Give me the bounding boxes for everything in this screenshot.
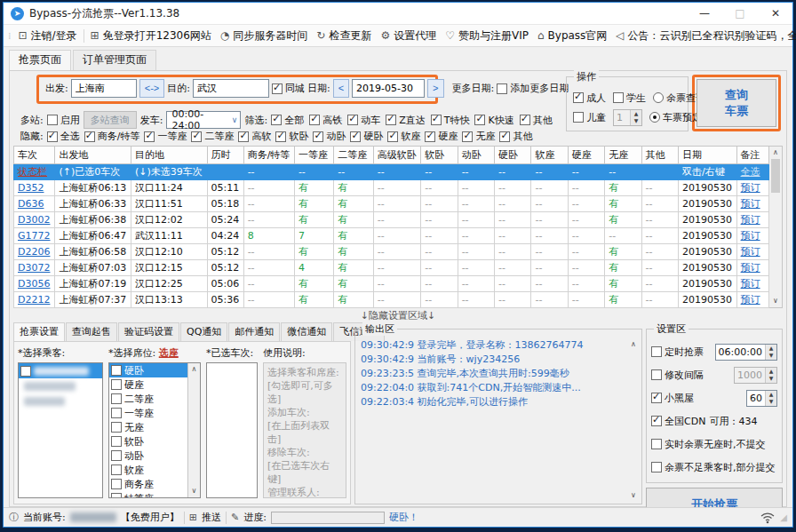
train-type-checkbox[interactable]: 全部: [271, 114, 304, 127]
seat-pick-link[interactable]: 选座: [159, 347, 179, 359]
column-header[interactable]: 二等座: [334, 147, 373, 164]
dest-input[interactable]: [193, 79, 269, 98]
scroll-up-icon[interactable]: ∧: [188, 363, 200, 376]
book-link[interactable]: 预订: [736, 292, 768, 308]
scroll-down-icon[interactable]: ∨: [188, 485, 200, 497]
seat-option-2[interactable]: 硬座: [109, 377, 187, 392]
seat-option-10[interactable]: 特等座: [109, 491, 187, 498]
toolbar-item-set-proxy[interactable]: ⚙设置代理: [376, 27, 441, 45]
column-header[interactable]: 日期: [678, 147, 736, 164]
seat-option-5[interactable]: 无座: [109, 420, 187, 434]
seat-option-7[interactable]: 动卧: [109, 449, 187, 463]
stepper-arrows[interactable]: ▲▼: [765, 345, 776, 360]
adult-checkbox[interactable]: 成人: [573, 91, 606, 105]
multi-station-query-button[interactable]: 多站查询: [84, 111, 137, 129]
swap-stations-button[interactable]: <->: [139, 79, 165, 98]
book-link[interactable]: 预订: [736, 196, 768, 212]
depart-time-select[interactable]: 00:00-24:00 ∨: [166, 111, 241, 129]
column-header[interactable]: 一等座: [294, 147, 333, 164]
toolbar-item-sponsor-vip[interactable]: ♡赞助与注册VIP: [441, 27, 533, 45]
no-submit-when-no-seat-checkbox[interactable]: 实时余票无座时,不提交: [651, 438, 766, 451]
toolbar-item-sync-server-time[interactable]: ◔同步服务器时间: [216, 27, 312, 45]
seat-hide-checkbox[interactable]: 二等座: [191, 130, 234, 143]
seat-option-1[interactable]: 硬卧: [109, 363, 187, 377]
seat-hide-checkbox[interactable]: 商务/特等: [84, 130, 140, 143]
minimize-button[interactable]: —: [689, 4, 720, 23]
seat-option-9[interactable]: 商务座: [109, 477, 187, 491]
train-type-checkbox[interactable]: 其他: [520, 114, 553, 127]
date-next-button[interactable]: >: [427, 79, 443, 98]
column-header[interactable]: 软座: [531, 147, 568, 164]
seats-scrollbar[interactable]: ∧ ∨: [187, 363, 200, 497]
child-checkbox[interactable]: 儿童: [573, 111, 606, 124]
seat-hide-checkbox[interactable]: 高软: [238, 130, 271, 143]
scroll-up-icon[interactable]: ∧: [769, 147, 782, 159]
seat-option-3[interactable]: 二等座: [109, 392, 187, 406]
student-checkbox[interactable]: 学生: [613, 91, 646, 105]
book-link[interactable]: 预订: [736, 212, 768, 228]
column-header[interactable]: 软卧: [421, 147, 458, 164]
train-row[interactable]: D3056上海虹桥07:19汉口12:2505:06--有有----------…: [14, 276, 769, 292]
scrollbar-track[interactable]: [769, 159, 782, 295]
train-type-checkbox[interactable]: 动车: [347, 114, 380, 127]
seat-option-4[interactable]: 一等座: [109, 406, 187, 420]
column-header[interactable]: 商务/特等: [243, 147, 294, 164]
train-row[interactable]: D2212上海虹桥07:37汉口13:1305:36--有有----------…: [14, 292, 769, 308]
output-scrollbar[interactable]: ∧ ∨: [627, 338, 640, 502]
book-tickets-radio[interactable]: 车票预定: [649, 111, 702, 124]
stepper-arrows[interactable]: ▲▼: [765, 368, 776, 383]
push-label[interactable]: 推送: [202, 511, 221, 524]
tab-ticket-page[interactable]: 抢票页面: [9, 50, 71, 70]
column-header[interactable]: 其他: [641, 147, 678, 164]
column-header[interactable]: 出发地: [55, 147, 131, 164]
seat-hide-checkbox[interactable]: 全选: [47, 130, 80, 143]
column-header[interactable]: 历时: [207, 147, 243, 164]
tab-wechat-notify[interactable]: 微信通知: [281, 322, 332, 341]
column-header[interactable]: 高级软卧: [373, 147, 421, 164]
train-link[interactable]: D2212: [14, 292, 55, 308]
modify-interval-checkbox[interactable]: 修改间隔: [651, 369, 704, 382]
select-all-link[interactable]: 全选: [736, 164, 768, 180]
scrollbar-track[interactable]: [627, 351, 640, 489]
maximize-button[interactable]: □: [725, 4, 755, 23]
book-link[interactable]: 预订: [736, 260, 768, 276]
column-header[interactable]: 动卧: [458, 147, 494, 164]
query-tickets-button[interactable]: 查询车票: [696, 79, 776, 127]
toolbar-item-official-site[interactable]: ⌂Bypass官网: [533, 27, 611, 45]
national-cdn-checkbox[interactable]: 全国CDN: [651, 415, 705, 428]
column-header[interactable]: 备注: [736, 147, 768, 164]
seats-listbox[interactable]: 硬卧硬座二等座一等座无座软卧动卧软座商务座特等座 ∧ ∨: [108, 362, 201, 498]
tab-captcha-settings[interactable]: 验证码设置: [118, 322, 179, 341]
seat-hide-checkbox[interactable]: 一等座: [144, 130, 187, 143]
close-button[interactable]: ✕: [760, 4, 791, 23]
column-header[interactable]: 车次: [14, 147, 55, 164]
table-scrollbar[interactable]: ∧ ∨: [769, 146, 783, 308]
passengers-listbox[interactable]: [18, 362, 103, 498]
column-header[interactable]: 硬卧: [495, 147, 531, 164]
black-room-stepper[interactable]: 60▲▼: [746, 390, 777, 407]
stepper-arrows[interactable]: ▲▼: [765, 391, 776, 406]
book-link[interactable]: 预订: [736, 244, 768, 260]
hide-settings-divider[interactable]: ↓隐藏设置区域↓: [13, 308, 783, 322]
timed-grab-checkbox[interactable]: 定时抢票: [651, 345, 704, 359]
train-type-checkbox[interactable]: 高铁: [309, 114, 342, 127]
passenger-item-redacted[interactable]: [19, 393, 102, 409]
train-link[interactable]: D3056: [14, 276, 55, 292]
toolbar-item-check-update[interactable]: ↻检查更新: [312, 27, 376, 45]
scroll-up-icon[interactable]: ∧: [627, 338, 640, 351]
scroll-down-icon[interactable]: ∨: [769, 295, 782, 307]
tab-grab-settings[interactable]: 抢票设置: [13, 322, 65, 341]
passenger-item-redacted[interactable]: [19, 378, 102, 393]
resize-grip[interactable]: ◢: [780, 512, 787, 522]
book-link[interactable]: 预订: [736, 180, 768, 196]
train-link[interactable]: D3072: [14, 260, 55, 276]
scrollbar-thumb[interactable]: [771, 159, 780, 193]
column-header[interactable]: 目的地: [131, 147, 207, 164]
stepper-arrows[interactable]: ▲▼: [630, 110, 641, 125]
train-link[interactable]: D2206: [14, 244, 55, 260]
passenger-item-redacted[interactable]: [19, 363, 102, 378]
tab-query-onsale[interactable]: 查询起售: [66, 322, 117, 341]
column-header[interactable]: 无座: [605, 147, 641, 164]
train-link[interactable]: G1772: [14, 228, 55, 244]
date-prev-button[interactable]: <: [333, 79, 349, 98]
